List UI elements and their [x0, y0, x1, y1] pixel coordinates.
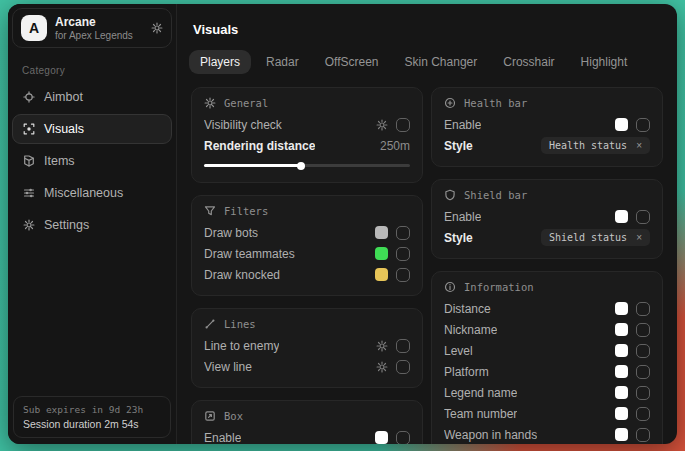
row-settings-icon[interactable]: [376, 361, 388, 373]
shield-icon: [444, 189, 456, 201]
chip-close-icon[interactable]: ×: [636, 140, 642, 151]
sidebar-item-label: Visuals: [44, 122, 84, 136]
row-enable: Enable: [444, 206, 650, 227]
row-view-line: View line: [204, 356, 410, 377]
color-swatch[interactable]: [375, 247, 388, 260]
checkbox[interactable]: [636, 386, 650, 400]
row-label: Nickname: [444, 323, 497, 337]
box-icon: [204, 410, 216, 422]
tab-highlight[interactable]: Highlight: [570, 50, 639, 74]
checkbox[interactable]: [396, 118, 410, 132]
color-swatch[interactable]: [615, 210, 628, 223]
row-label: Enable: [444, 118, 481, 132]
checkbox[interactable]: [636, 428, 650, 442]
sidebar-nav: AimbotVisualsItemsMiscellaneousSettings: [8, 82, 176, 240]
sidebar-item-visuals[interactable]: Visuals: [12, 114, 172, 144]
app-window: A Arcane for Apex Legends Category Aimbo…: [8, 4, 677, 444]
panel-title: Information: [464, 281, 534, 293]
checkbox[interactable]: [636, 118, 650, 132]
checkbox[interactable]: [396, 226, 410, 240]
row-label: Legend name: [444, 386, 517, 400]
row-controls: [376, 118, 410, 132]
checkbox[interactable]: [636, 210, 650, 224]
row-value: 250m: [380, 139, 410, 153]
color-swatch[interactable]: [375, 268, 388, 281]
chip-close-icon[interactable]: ×: [636, 232, 642, 243]
row-controls: [376, 360, 410, 374]
row-controls: [375, 247, 410, 261]
color-swatch[interactable]: [615, 323, 628, 336]
row-draw-bots: Draw bots: [204, 222, 410, 243]
slider-fill: [204, 164, 301, 167]
checkbox[interactable]: [636, 365, 650, 379]
checkbox[interactable]: [636, 323, 650, 337]
category-label: Category: [22, 65, 162, 76]
row-settings-icon[interactable]: [376, 119, 388, 131]
row-label: Line to enemy: [204, 339, 279, 353]
sidebar-item-miscellaneous[interactable]: Miscellaneous: [12, 178, 172, 208]
tab-bar: PlayersRadarOffScreenSkin ChangerCrossha…: [189, 50, 665, 74]
checkbox[interactable]: [396, 247, 410, 261]
slider-thumb[interactable]: [297, 162, 305, 170]
app-names: Arcane for Apex Legends: [55, 15, 133, 41]
panel-shield-bar: Shield barEnableStyleShield status×: [431, 179, 663, 259]
subscription-info-card: Sub expires in 9d 23h Session duration 2…: [13, 396, 171, 438]
color-swatch[interactable]: [615, 407, 628, 420]
style-select-chip[interactable]: Health status×: [541, 137, 650, 154]
row-visibility-check: Visibility check: [204, 114, 410, 135]
color-swatch[interactable]: [615, 386, 628, 399]
row-legend-name: Legend name: [444, 382, 650, 403]
gear-icon: [204, 97, 216, 109]
panel-title: Box: [224, 410, 243, 422]
row-enable: Enable: [204, 427, 410, 444]
color-swatch[interactable]: [375, 226, 388, 239]
style-select-chip[interactable]: Shield status×: [541, 229, 650, 246]
right-column: Health barEnableStyleHealth status×Shiel…: [431, 87, 663, 444]
rendering-distance-slider[interactable]: [204, 164, 410, 167]
color-swatch[interactable]: [615, 344, 628, 357]
tab-offscreen[interactable]: OffScreen: [314, 50, 390, 74]
row-enable: Enable: [444, 114, 650, 135]
color-swatch[interactable]: [615, 118, 628, 131]
row-level: Level: [444, 340, 650, 361]
panel-header: Shield bar: [444, 189, 650, 201]
checkbox[interactable]: [396, 360, 410, 374]
row-settings-icon[interactable]: [376, 340, 388, 352]
tab-radar[interactable]: Radar: [255, 50, 310, 74]
tab-players[interactable]: Players: [189, 50, 251, 74]
color-swatch[interactable]: [375, 431, 388, 444]
checkbox[interactable]: [396, 268, 410, 282]
panel-title: Lines: [224, 318, 256, 330]
panel-header: General: [204, 97, 410, 109]
page-title: Visuals: [193, 22, 661, 37]
checkbox[interactable]: [636, 407, 650, 421]
app-name: Arcane: [55, 15, 133, 29]
sidebar-item-label: Aimbot: [44, 90, 83, 104]
row-controls: [615, 386, 650, 400]
app-logo: A: [21, 15, 47, 41]
color-swatch[interactable]: [615, 365, 628, 378]
sidebar-item-settings[interactable]: Settings: [12, 210, 172, 240]
sidebar-item-items[interactable]: Items: [12, 146, 172, 176]
row-weapon-in-hands: Weapon in hands: [444, 424, 650, 444]
color-swatch[interactable]: [615, 428, 628, 441]
settings-icon[interactable]: [151, 22, 163, 34]
row-label: Style: [444, 231, 473, 245]
tab-skin-changer[interactable]: Skin Changer: [394, 50, 489, 74]
checkbox[interactable]: [636, 344, 650, 358]
checkbox[interactable]: [636, 302, 650, 316]
checkbox[interactable]: [396, 431, 410, 445]
panel-header: Lines: [204, 318, 410, 330]
row-controls: Health status×: [541, 137, 650, 154]
color-swatch[interactable]: [615, 302, 628, 315]
sidebar-item-aimbot[interactable]: Aimbot: [12, 82, 172, 112]
info-icon: [444, 281, 456, 293]
panel-information: InformationDistanceNicknameLevelPlatform…: [431, 271, 663, 444]
checkbox[interactable]: [396, 339, 410, 353]
row-controls: [615, 323, 650, 337]
row-controls: [615, 210, 650, 224]
row-controls: [615, 344, 650, 358]
tab-crosshair[interactable]: Crosshair: [492, 50, 565, 74]
cube-icon: [23, 155, 35, 167]
panel-general: GeneralVisibility checkRendering distanc…: [191, 87, 423, 183]
